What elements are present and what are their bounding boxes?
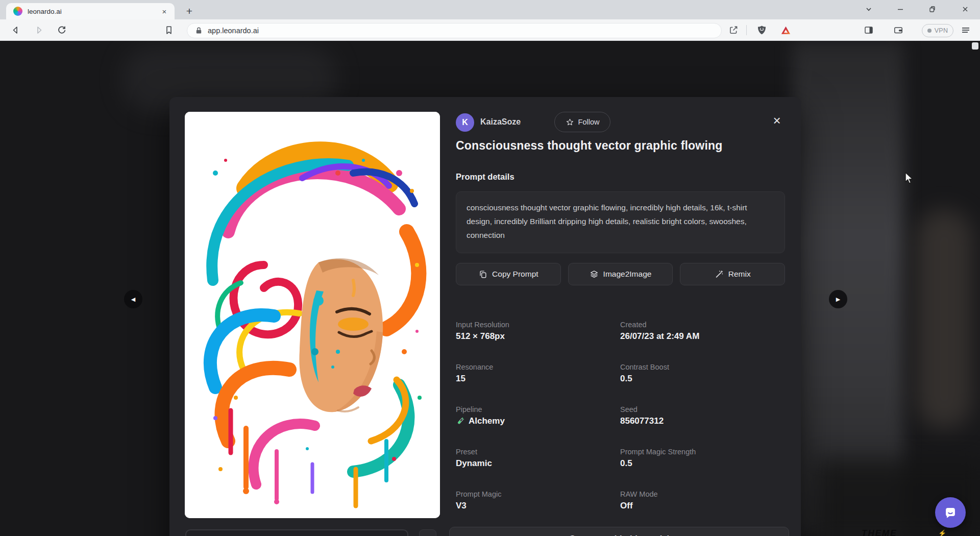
follow-button[interactable]: Follow: [554, 112, 610, 132]
brave-shield-button[interactable]: [754, 22, 769, 38]
test-tube-icon: [456, 417, 465, 426]
user-avatar[interactable]: K: [456, 113, 474, 132]
page-scrollbar[interactable]: [972, 42, 978, 50]
watermark: THEME: [862, 528, 897, 536]
generate-with-model-button[interactable]: Generate with this model: [449, 527, 789, 536]
image-detail-modal: K KaizaSoze Follow × Consciousness thoug…: [169, 97, 801, 536]
detail-value: 856077312: [620, 416, 786, 426]
screen: leonardo.ai × + app.leonardo.ai: [0, 0, 980, 536]
detail-value: Dynamic: [456, 458, 620, 469]
copy-prompt-button[interactable]: Copy Prompt: [456, 263, 561, 285]
wallet-icon: [893, 25, 903, 35]
generation-details: Input Resolution 512 × 768px Created 26/…: [456, 321, 786, 532]
detail-label: Prompt Magic: [456, 490, 620, 498]
detail-value: 15: [456, 374, 620, 384]
generate-label: Generate with this model: [569, 534, 669, 536]
brave-rewards-button[interactable]: [778, 22, 793, 38]
vpn-button[interactable]: VPN: [922, 24, 953, 37]
detail-value: 0.5: [620, 374, 786, 384]
tab-title: leonardo.ai: [28, 8, 159, 15]
detail-label: RAW Mode: [620, 490, 786, 498]
username[interactable]: KaizaSoze: [480, 117, 521, 127]
hamburger-icon: [961, 26, 970, 35]
new-tab-button[interactable]: +: [182, 4, 197, 18]
brave-shield-icon: [756, 25, 767, 36]
reload-icon: [57, 25, 67, 35]
close-icon: [962, 6, 969, 13]
action-buttons: Copy Prompt Image2Image Remix: [456, 263, 785, 285]
browser-tab[interactable]: leonardo.ai ×: [6, 3, 175, 19]
detail-label: Resonance: [456, 363, 620, 371]
detail-value-pipeline: Alchemy: [456, 416, 620, 426]
detail-cell: Pipeline Alchemy: [456, 405, 620, 448]
detail-value: 512 × 768px: [456, 331, 620, 342]
detail-value: V3: [456, 501, 620, 511]
artwork-image: [185, 112, 440, 518]
copy-icon: [478, 270, 487, 279]
detail-value: Off: [620, 501, 786, 511]
leonardo-favicon-icon: [13, 7, 22, 16]
follow-label: Follow: [578, 118, 600, 126]
share-button[interactable]: [726, 22, 741, 38]
detail-cell: Input Resolution 512 × 768px: [456, 321, 620, 363]
remix-button[interactable]: Remix: [680, 263, 785, 285]
tab-strip: leonardo.ai × +: [0, 0, 980, 19]
window-close-button[interactable]: [953, 0, 977, 18]
bottom-input-fragment[interactable]: [185, 529, 408, 536]
bottom-square-button-fragment[interactable]: [419, 529, 436, 536]
detail-label: Created: [620, 321, 786, 329]
detail-cell: RAW Mode Off: [620, 490, 786, 532]
back-icon: [11, 25, 21, 35]
toolbar-divider: [746, 25, 747, 35]
arrow-right-icon: ▶: [836, 296, 840, 303]
minimize-icon: [897, 6, 904, 13]
detail-cell: Resonance 15: [456, 363, 620, 405]
forward-button[interactable]: [31, 22, 46, 38]
sidebar-toggle-button[interactable]: [861, 22, 876, 38]
wallet-button[interactable]: [891, 22, 906, 38]
prev-image-button[interactable]: ◀: [124, 290, 142, 308]
detail-cell: Preset Dynamic: [456, 448, 620, 490]
back-button[interactable]: [8, 22, 23, 38]
bat-triangle-icon: [780, 25, 791, 36]
detail-cell: Prompt Magic Strength 0.5: [620, 448, 786, 490]
close-modal-button[interactable]: ×: [768, 112, 786, 129]
detail-label: Input Resolution: [456, 321, 620, 329]
detail-cell: Created 26/07/23 at 2:49 AM: [620, 321, 786, 363]
detail-label: Preset: [456, 448, 620, 456]
window-minimize-button[interactable]: [889, 0, 912, 18]
url-text: app.leonardo.ai: [208, 27, 259, 35]
detail-label: Seed: [620, 405, 786, 413]
bookmark-button[interactable]: [161, 22, 177, 38]
image-title: Consciousness thought vector graphic flo…: [456, 139, 786, 153]
tab-search-button[interactable]: [857, 0, 880, 18]
tab-close-icon[interactable]: ×: [159, 6, 169, 16]
prompt-box: consciousness thought vector graphic flo…: [456, 191, 785, 253]
restore-icon: [928, 6, 936, 13]
vpn-label: VPN: [935, 27, 948, 34]
lock-icon: [194, 26, 203, 35]
menu-button[interactable]: [958, 22, 973, 38]
forward-icon: [34, 25, 44, 35]
reload-button[interactable]: [54, 22, 69, 38]
detail-label: Contrast Boost: [620, 363, 786, 371]
prompt-details-heading: Prompt details: [456, 172, 514, 182]
bookmark-icon: [164, 25, 174, 35]
copy-prompt-label: Copy Prompt: [492, 270, 538, 279]
vpn-status-dot: [927, 29, 932, 33]
arrow-left-icon: ◀: [131, 296, 135, 303]
share-icon: [728, 25, 739, 35]
chat-launcher-button[interactable]: [935, 497, 966, 528]
detail-cell: Contrast Boost 0.5: [620, 363, 786, 405]
detail-cell: Seed 856077312: [620, 405, 786, 448]
layers-icon: [590, 270, 599, 279]
image2image-button[interactable]: Image2Image: [568, 263, 673, 285]
remix-label: Remix: [728, 270, 751, 279]
mouse-cursor: [903, 172, 916, 186]
window-restore-button[interactable]: [920, 0, 944, 18]
detail-value: 26/07/23 at 2:49 AM: [620, 331, 786, 342]
address-bar[interactable]: app.leonardo.ai: [187, 23, 722, 38]
detail-panel: K KaizaSoze Follow × Consciousness thoug…: [456, 112, 786, 536]
next-image-button[interactable]: ▶: [829, 290, 847, 308]
star-icon: [566, 118, 574, 127]
